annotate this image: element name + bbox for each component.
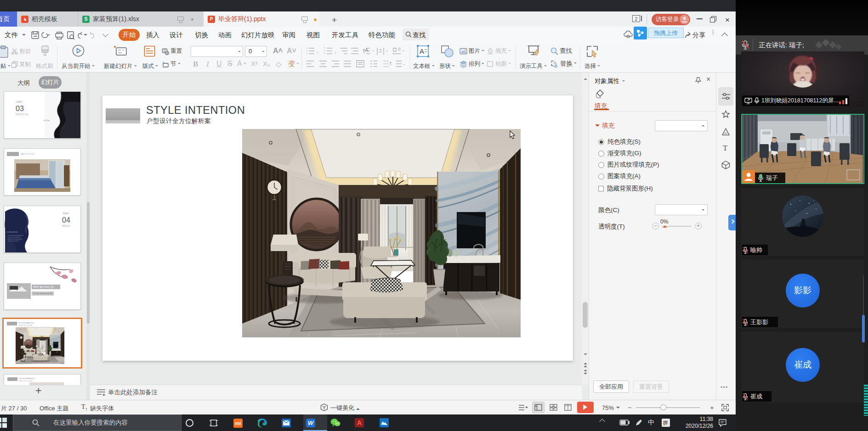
svg-text:PART: PART — [17, 101, 23, 103]
svg-text:STYLE: STYLE — [44, 119, 50, 122]
svg-text:SOFA STYLE: SOFA STYLE — [16, 113, 28, 116]
svg-text:STYLE INTENTION: STYLE INTENTION — [18, 322, 34, 324]
svg-text:03: 03 — [16, 105, 24, 112]
svg-text:04: 04 — [62, 216, 70, 224]
svg-text:户型设计全方位解析案: 户型设计全方位解析案 — [18, 325, 32, 326]
svg-text:PART 期中作业汇报: PART 期中作业汇报 — [33, 285, 53, 289]
svg-text:A: A — [420, 47, 424, 55]
svg-text:PART 03 STYLE: PART 03 STYLE — [21, 153, 34, 155]
svg-text:STYLE INTENTION: STYLE INTENTION — [19, 378, 34, 380]
svg-text:B: B — [555, 64, 557, 68]
svg-text:A: A — [365, 47, 369, 53]
svg-text:户型设计全方位解析案: 户型设计全方位解析案 — [19, 380, 33, 382]
svg-text:SOFA DESIGN: SOFA DESIGN — [7, 231, 18, 233]
svg-text:STYLE DESIGN WORK: STYLE DESIGN WORK — [33, 292, 53, 295]
svg-text:拼: 拼 — [663, 420, 668, 425]
svg-text:DESIGN: DESIGN — [62, 225, 70, 227]
svg-text:PART: PART — [63, 212, 69, 215]
